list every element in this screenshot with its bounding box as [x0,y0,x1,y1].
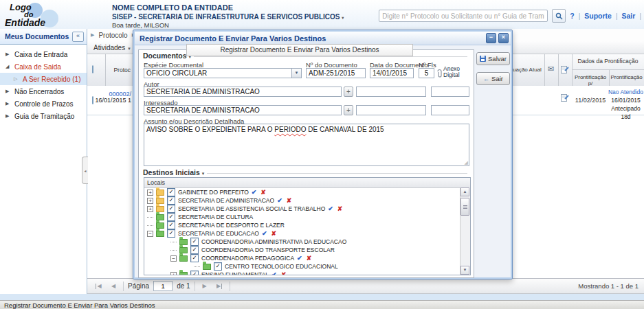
sidebar-item-a-ser-recebido[interactable]: ▷ A Ser Recebido (1) [0,73,87,85]
exit-button[interactable]: ← Sair [476,72,510,85]
remove-icon[interactable]: ✘ [307,255,312,262]
remove-icon[interactable]: ✘ [337,205,343,212]
tree-node-label[interactable]: ENSINO FUNDAMENTAL [201,271,269,275]
expand-icon[interactable]: + [147,198,153,204]
remove-icon[interactable]: ✘ [281,271,287,275]
minimize-button[interactable]: − [486,33,496,43]
sidebar-item-caixa-saida[interactable]: ◢ Caixa de Saida [0,60,87,73]
confirm-icon[interactable]: ✔ [297,255,302,262]
tree-node[interactable]: ✓ SECRETARIA DE CULTURA [144,213,470,221]
remove-icon[interactable]: ✘ [260,189,266,196]
tree-node[interactable]: − ✓ SECRETARIA DE EDUCACAO ✔ ✘ [144,229,470,238]
tree-node[interactable]: + ✓ ENSINO FUNDAMENTAL ✔ ✘ [144,271,470,275]
numero-input[interactable]: ADM-251/2015 [306,68,366,78]
tree-node[interactable]: + ✓ SECRETARIA DE ADMINISTRACAO ✔ ✘ [144,196,470,205]
tree-checkbox[interactable]: ✓ [190,246,199,254]
taskbar-window-button[interactable]: Registrar Documento E Enviar Para Varios… [0,300,644,309]
autor-extra-input[interactable] [356,87,426,97]
especie-combo-value[interactable]: OFICIO CIRCULAR [144,68,292,78]
tree-node[interactable]: ✓ COORDENADORIA DO TRANSPORTE ESCOLAR [144,246,470,254]
envelope-icon[interactable]: ✉ [548,65,554,73]
tree-node-label[interactable]: CENTRO TECNOLOGICO EDUCACIONAL [225,263,338,270]
tree-checkbox[interactable]: ✓ [167,196,175,205]
tree-checkbox[interactable]: ✓ [167,205,175,213]
expand-icon[interactable]: + [147,206,153,212]
tree-checkbox[interactable]: ✓ [190,238,199,246]
panel-collapse-handle[interactable]: ◂ [82,157,88,184]
confirm-icon[interactable]: ✔ [271,271,277,275]
tree-node-label[interactable]: COORDENADORIA DO TRANSPORTE ESCOLAR [201,247,335,253]
confirm-icon[interactable]: ✔ [277,197,282,204]
row-note-icon[interactable] [561,93,569,104]
first-page-button[interactable]: ◀ [93,281,104,292]
tree-node-label[interactable]: SECRETARIA DE ADMINISTRACAO [178,197,274,204]
collapse-icon[interactable]: − [147,231,153,237]
autor-extra-input-2[interactable] [431,87,469,97]
tree-node[interactable]: + ✓ SECRETARIA DE ASSISTENCIA SOCIAL E T… [144,205,470,213]
tree-checkbox[interactable]: ✓ [167,188,175,196]
atividades-menu-button[interactable]: Atividades ▼ [93,44,131,52]
confirm-icon[interactable]: ✔ [252,189,257,196]
help-link[interactable]: ? [570,12,574,20]
tree-node[interactable]: + ✓ GABINETE DO PREFEITO ✔ ✘ [144,188,470,196]
assunto-textarea[interactable]: AVISO SOBRE O EXPEDIENTE PARA O PERIODO … [144,124,469,166]
interessado-input[interactable]: SECRETARIA DE ADMINISTRACAO [144,105,342,115]
save-button[interactable]: Salvar [476,52,510,65]
tree-checkbox[interactable]: ✓ [167,229,175,238]
expand-icon[interactable]: + [170,272,177,276]
tree-node[interactable]: − ✓ COORDENADORIA PEDAGOGICA ✔ ✘ [144,254,470,262]
column-header-prontificacao-para[interactable]: Prontificação p/ [572,74,609,87]
tree-scrollbar[interactable]: ▲ ▼ [460,187,470,275]
data-input[interactable]: 14/01/2015 [370,68,414,78]
sidebar-collapse-button[interactable]: « [72,32,84,42]
tree-checkbox[interactable]: ✓ [190,271,199,275]
expand-icon[interactable]: + [147,190,153,196]
tree-node[interactable]: ✓ COORDENADORIA ADMINISTRATIVA DA EDUCAC… [144,238,470,246]
scroll-down-button[interactable]: ▼ [460,266,469,275]
sidebar-item-guia-tramitacao[interactable]: ▶ Guia de Tramitação [0,110,87,122]
resize-grip-icon[interactable]: ◢ [465,160,468,165]
entity-unit-selector[interactable]: SISEP - SECRETARIA DE INFRAESTRUTURA E S… [112,13,344,21]
tree-checkbox[interactable]: ✓ [167,221,175,229]
breadcrumb-item-protocolo[interactable]: Protocolo [98,32,127,39]
tree-node-label[interactable]: SECRETARIA DE DESPORTO E LAZER [178,222,285,229]
column-header-situacao-atual[interactable]: uação Atual [513,67,544,73]
interessado-add-button[interactable]: + [344,105,353,115]
tree-node-label[interactable]: SECRETARIA DE CULTURA [178,214,253,220]
confirm-icon[interactable]: ✔ [262,230,267,237]
column-header-prontificacao[interactable]: Prontificação [609,74,644,80]
prev-page-button[interactable]: ◀ [108,281,119,292]
tree-node-label[interactable]: GABINETE DO PREFEITO [178,189,249,196]
section-collapse-icon[interactable]: ▾ [202,171,205,176]
tree-node[interactable]: ✓ CENTRO TECNOLOGICO EDUCACIONAL [144,262,470,271]
remove-icon[interactable]: ✘ [271,230,276,237]
confirm-icon[interactable]: ✔ [328,205,333,212]
search-button[interactable] [552,9,566,23]
last-page-button[interactable]: ▶ [214,281,225,292]
remove-icon[interactable]: ✘ [287,197,292,204]
modal-titlebar[interactable]: Registrar Documento E Enviar Para Varios… [135,32,511,45]
next-page-button[interactable]: ▶ [199,281,210,292]
paperclip-icon[interactable] [436,69,443,80]
column-header-protocolo[interactable]: Protoc [88,67,131,73]
interessado-extra-input-2[interactable] [431,105,469,115]
autor-input[interactable]: SECRETARIA DE ADMINISTRACAO [144,87,342,97]
sidebar-item-caixa-entrada[interactable]: ▶ Caixa de Entrada [0,48,87,60]
note-icon[interactable] [561,65,569,76]
interessado-extra-input[interactable] [356,105,426,115]
status-text[interactable]: Nao Atendido [608,88,644,96]
tree-checkbox[interactable]: ✓ [167,213,175,221]
tree-node[interactable]: ✓ SECRETARIA DE DESPORTO E LAZER [144,221,470,229]
logout-link[interactable]: Sair [622,12,636,20]
tree-checkbox[interactable]: ✓ [190,254,199,262]
collapse-icon[interactable]: − [170,255,177,262]
scroll-up-button[interactable]: ▲ [460,187,469,196]
especie-combo-button[interactable]: ▼ [291,68,302,78]
tree-node-label[interactable]: SECRETARIA DE ASSISTENCIA SOCIAL E TRABA… [178,205,325,212]
search-input[interactable] [379,10,548,22]
page-number-input[interactable] [153,281,173,291]
tree-node-label[interactable]: SECRETARIA DE EDUCACAO [178,230,259,237]
fls-input[interactable]: 5 [419,68,434,78]
autor-add-button[interactable]: + [344,87,353,97]
close-button[interactable]: × [498,33,509,43]
